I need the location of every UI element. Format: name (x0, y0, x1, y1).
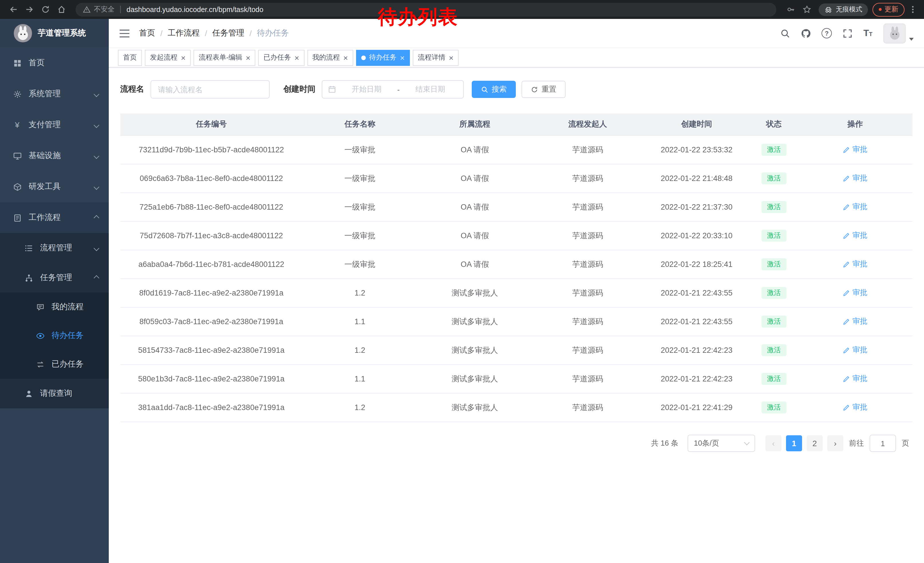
cell-task-id: 8f0d1619-7ac8-11ec-a9e2-a2380e71991a (120, 279, 303, 307)
next-page-button[interactable]: › (827, 435, 843, 451)
chevron-up-icon (94, 275, 99, 281)
approve-link[interactable]: 审批 (843, 173, 867, 183)
approve-link[interactable]: 审批 (843, 317, 867, 327)
cell-initiator: 芋道源码 (532, 250, 643, 279)
not-secure-warning-icon (83, 6, 90, 13)
task-icon (24, 273, 33, 282)
process-name-input[interactable] (151, 80, 270, 99)
goto-page-input[interactable] (870, 435, 896, 452)
cell-task-id: 725a1eb6-7b88-11ec-8ef0-acde48001122 (120, 193, 303, 221)
password-key-icon[interactable] (783, 2, 798, 17)
user-avatar-menu[interactable] (884, 23, 914, 43)
tab-my-process[interactable]: 我的流程× (307, 50, 353, 66)
tab-start-process[interactable]: 发起流程× (145, 50, 190, 66)
page-size-select[interactable]: 10条/页 (687, 435, 755, 452)
approve-link[interactable]: 审批 (843, 288, 867, 298)
page-button-1[interactable]: 1 (786, 435, 802, 451)
tab-todo-tasks[interactable]: 待办任务× (356, 50, 410, 66)
cell-process: OA 请假 (417, 193, 532, 221)
table-row: a6aba0a4-7b6d-11ec-b781-acde48001122一级审批… (120, 250, 912, 279)
table-row: 381aa1dd-7ac8-11ec-a9e2-a2380e71991a1.2测… (120, 393, 912, 422)
collapse-sidebar-icon[interactable] (119, 29, 130, 38)
app-logo[interactable]: 芋道管理系统 (0, 19, 109, 48)
cell-initiator: 芋道源码 (532, 336, 643, 365)
bookmark-star-icon[interactable] (799, 2, 814, 17)
close-tab-icon[interactable]: × (294, 54, 299, 62)
cell-created: 2022-01-21 22:41:29 (643, 393, 750, 422)
breadcrumb-workflow[interactable]: 工作流程 (168, 28, 200, 38)
github-icon[interactable] (801, 29, 811, 38)
approve-link[interactable]: 审批 (843, 145, 867, 155)
font-size-icon[interactable]: TT (863, 28, 873, 38)
approve-link[interactable]: 审批 (843, 231, 867, 241)
forward-button[interactable] (22, 2, 37, 17)
calendar-icon (328, 86, 336, 93)
update-button[interactable]: 更新 (873, 3, 904, 17)
close-tab-icon[interactable]: × (246, 54, 250, 62)
home-button[interactable] (54, 2, 69, 17)
tab-form-edit[interactable]: 流程表单-编辑× (194, 50, 255, 66)
reload-button[interactable] (38, 2, 52, 17)
chevron-down-icon (94, 245, 99, 251)
cell-task-id: 381aa1dd-7ac8-11ec-a9e2-a2380e71991a (120, 393, 303, 422)
sidebar-item-home[interactable]: 首页 (0, 48, 109, 78)
cell-action: 审批 (798, 250, 912, 279)
cell-task-id: a6aba0a4-7b6d-11ec-b781-acde48001122 (120, 250, 303, 279)
cell-initiator: 芋道源码 (532, 307, 643, 336)
sidebar-item-dev-tools[interactable]: 研发工具 (0, 171, 109, 202)
close-tab-icon[interactable]: × (181, 54, 186, 62)
approve-link[interactable]: 审批 (843, 202, 867, 212)
page-button-2[interactable]: 2 (807, 435, 823, 451)
sidebar-item-leave-query[interactable]: 请假查询 (0, 378, 109, 408)
close-tab-icon[interactable]: × (449, 54, 453, 62)
sidebar-item-workflow[interactable]: 工作流程 (0, 202, 109, 233)
sidebar-item-system-mgmt[interactable]: 系统管理 (0, 78, 109, 110)
tab-home[interactable]: 首页 (118, 50, 142, 66)
help-icon[interactable]: ? (822, 28, 832, 38)
create-time-label: 创建时间 (284, 84, 315, 95)
sidebar-item-payment-mgmt[interactable]: ¥支付管理 (0, 110, 109, 140)
prev-page-button[interactable]: ‹ (765, 435, 782, 451)
cell-action: 审批 (798, 307, 912, 336)
tab-process-detail[interactable]: 流程详情× (413, 50, 459, 66)
approve-link[interactable]: 审批 (843, 259, 867, 269)
approve-link[interactable]: 审批 (843, 345, 867, 355)
security-label[interactable]: 不安全 (94, 5, 114, 14)
url-text[interactable]: dashboard.yudao.iocoder.cn/bpm/task/todo (126, 6, 263, 14)
sidebar-menu: 首页系统管理¥支付管理基础设施研发工具工作流程流程管理任务管理我的流程待办任务已… (0, 48, 109, 408)
sidebar-item-infrastructure[interactable]: 基础设施 (0, 140, 109, 171)
chevron-down-icon (94, 91, 99, 97)
date-range-picker[interactable]: 开始日期 - 结束日期 (322, 80, 464, 99)
sidebar-item-my-process[interactable]: 我的流程 (0, 293, 109, 321)
search-icon[interactable] (780, 29, 790, 38)
sidebar-item-done-tasks[interactable]: 已办任务 (0, 350, 109, 378)
sidebar-item-todo-tasks[interactable]: 待办任务 (0, 321, 109, 350)
breadcrumb-home[interactable]: 首页 (139, 28, 155, 38)
approve-link[interactable]: 审批 (843, 402, 867, 413)
cell-status: 激活 (750, 250, 798, 279)
fullscreen-icon[interactable] (843, 29, 852, 38)
chrome-menu-icon[interactable] (907, 2, 918, 17)
range-separator: - (397, 85, 400, 94)
back-button[interactable] (6, 2, 21, 17)
breadcrumb-task-mgmt[interactable]: 任务管理 (212, 28, 244, 38)
cell-task-name: 一级审批 (303, 221, 417, 250)
tab-done-tasks[interactable]: 已办任务× (258, 50, 304, 66)
approve-link[interactable]: 审批 (843, 374, 867, 384)
cell-process: 测试多审批人 (417, 365, 532, 393)
sidebar-item-task-mgmt[interactable]: 任务管理 (0, 263, 109, 293)
edit-icon (843, 203, 850, 211)
sidebar-item-process-mgmt[interactable]: 流程管理 (0, 233, 109, 263)
status-badge: 激活 (761, 344, 787, 356)
incognito-icon (824, 6, 832, 14)
cell-task-name: 一级审批 (303, 193, 417, 221)
reset-button[interactable]: 重置 (522, 81, 566, 98)
edit-icon (843, 404, 850, 411)
table-row: 58154733-7ac8-11ec-a9e2-a2380e71991a1.2测… (120, 336, 912, 365)
close-tab-icon[interactable]: × (343, 54, 348, 62)
sidebar-item-label: 研发工具 (28, 182, 61, 192)
close-tab-icon[interactable]: × (400, 54, 405, 62)
status-badge: 激活 (761, 373, 787, 385)
cell-process: 测试多审批人 (417, 279, 532, 307)
search-button[interactable]: 搜索 (472, 81, 516, 98)
